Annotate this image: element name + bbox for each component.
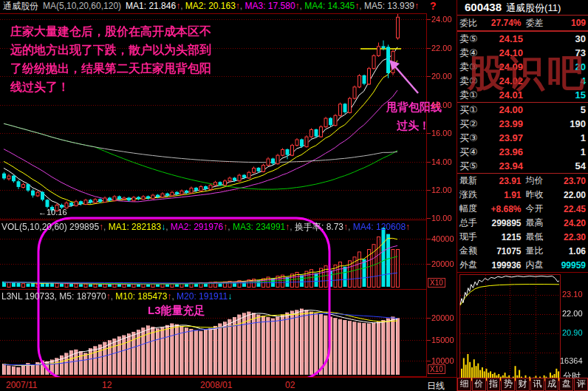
bid-row-4[interactable]: 买④23.961 [457,145,588,159]
axis-tick-label: 12.00 [431,186,452,194]
stat-row: 幅度+8.68%今开22.45 [457,202,588,216]
tab-评[interactable]: 评 [574,378,588,391]
axis-tick-label: 16.00 [431,129,452,137]
date-label: 2007/11 [6,380,38,390]
tab-指[interactable]: 指 [487,378,501,391]
intraday-axis-label: 23.10 [562,290,583,299]
axis-tick-label: 18.00 [431,101,452,109]
tab-财[interactable]: 财 [516,378,530,391]
indicator-value: MA1: 282183 [109,222,161,232]
indicator-value: L3NL 190733, M5: 187970 [1,291,106,302]
indicator-value: 换手率: 8.73 [295,222,343,232]
period-low-label: ←10.16 [38,208,67,217]
tab-细[interactable]: 细 [457,378,471,391]
stat-row: 金额71075量比1.06 [457,244,588,258]
tab-成[interactable]: 成 [545,378,559,391]
weibi-value: 27.74% [486,18,524,28]
indicator-value: M20: 191911 [177,291,228,302]
stock-name-sidebar: 通威股份(11) [502,2,561,13]
intraday-axis-label: 20.90 [562,329,583,337]
intraday-mini-chart[interactable]: 23.1022.0020.90 16364 分时 [457,272,588,382]
l3-annotation: L3能量充足 [148,304,205,318]
tab-价[interactable]: 价 [472,378,486,391]
stock-trading-app: 通威股份MA(5,10,20,60,120)MA1: 21.846↑, MA2:… [0,0,588,391]
indicator-value: VOL(5,10,20,60) 299895 [1,222,99,232]
axis-tick-label: 20000 [431,314,454,322]
stat-row: 最新23.91均价23.70 [457,174,588,188]
quote-stats: 最新23.91均价23.70涨跌1.91昨收22.00幅度+8.68%今开22.… [457,174,588,272]
axis-tick-label: 20000 [431,260,454,268]
indicator-value: MA2: 291976 [171,222,223,232]
tab-讯[interactable]: 讯 [530,378,544,391]
stat-row: 外盘199936内盘99959 [457,258,588,272]
weicha-value: 109 [551,18,587,28]
axis-tick-label: 14.00 [431,158,452,166]
trend-arrow-icon: ↑ [406,222,410,232]
trend-arrow-icon: ↑ [414,1,419,11]
indicator-header-bar: 通威股份MA(5,10,20,60,120)MA1: 21.846↑, MA2:… [0,0,457,13]
ma-values: MA1: 21.846↑, MA2: 20.163↑, MA3: 17.580↑… [126,1,419,11]
stock-name: 通威股份 [0,1,43,11]
axis-tick-label: 40000 [431,235,454,243]
ma-item: MA2: 20.163 [185,1,236,11]
bid-row-2[interactable]: 买②23.99190 [457,117,588,131]
ma-item: MA4: 14.345 [304,1,355,11]
date-axis[interactable]: 日线 2007/11122008/0102 [0,377,457,391]
bid-row-5[interactable]: 买⑤23.9454 [457,159,588,173]
intraday-volume-label: 16364 [560,356,583,365]
axis-tick-label: 10.00 [431,214,452,222]
vol-axis-multiplier: X10 [428,278,445,288]
bid-row-3[interactable]: 买③23.971 [457,131,588,145]
date-label: 12 [102,380,112,390]
l3-axis-multiplier: X10 [428,364,445,374]
tab-盘[interactable]: 盘 [559,378,573,391]
ma-item: MA3: 17.580 [245,1,295,11]
ma-item: MA1: 21.846 [126,1,176,11]
weicha-label: 委差 [524,17,551,30]
weibi-label: 委比 [459,17,486,30]
arrow-annotation-line2: 过头！ [397,119,430,133]
stat-row: 涨跌1.91昨收22.00 [457,188,588,202]
axis-tick-label: 22.00 [431,44,452,52]
ask-row-5[interactable]: 卖⑤24.1530 [457,32,588,46]
l3nl-panel-header: L3NL 190733, M5: 187970↑, M10: 185473↑, … [1,292,232,302]
watermark: 股识吧 [468,49,587,98]
quote-sidebar: 600438通威股份(11) 委比 27.74% 委差 109 卖⑤24.153… [457,0,588,391]
stat-row: 现手1215最低22.30 [457,230,588,244]
date-label: 2008/01 [200,380,232,390]
bid-levels: 买①24.005买②23.99190买③23.971买④23.961买⑤23.9… [457,103,588,173]
indicator-value: M10: 185473 [115,291,167,302]
period-label[interactable]: 日线 [427,380,445,391]
volume-panel-header: VOL(5,10,20,60) 299895↑, MA1: 282183↓, M… [1,222,410,232]
weibi-row: 委比 27.74% 委差 109 [457,16,588,32]
date-label: 02 [285,380,295,390]
stock-header: 600438通威股份(11) [457,0,588,16]
ma-item: MA5: 13.939 [364,1,414,11]
axis-tick-label: 24.00 [431,16,452,24]
stock-code: 600438 [465,1,502,13]
bottom-tab-bar: 细价指势财讯成盘评 [457,378,588,391]
indicator-value: MA4: 120608 [353,222,406,232]
axis-tick-label: 20.00 [431,72,452,81]
help-icon[interactable]: ? [430,0,437,12]
trend-arrow-icon: ↓ [228,291,232,302]
bid-row-1[interactable]: 买①24.005 [457,103,588,117]
stat-row: 总手299895最高24.20 [457,216,588,230]
intraday-axis-label: 22.00 [562,310,583,318]
indicator-value: MA3: 234991 [233,222,285,232]
chart-annotation-text: 庄家大量建仓后，股价在高开成本区不 远的地方出现了下跌，散户以为头部到 了纷纷抛… [10,22,254,96]
ma-params-label: MA(5,10,20,60,120) [43,1,126,11]
tab-势[interactable]: 势 [501,378,515,391]
axis-tick-label: 15000 [431,336,454,344]
